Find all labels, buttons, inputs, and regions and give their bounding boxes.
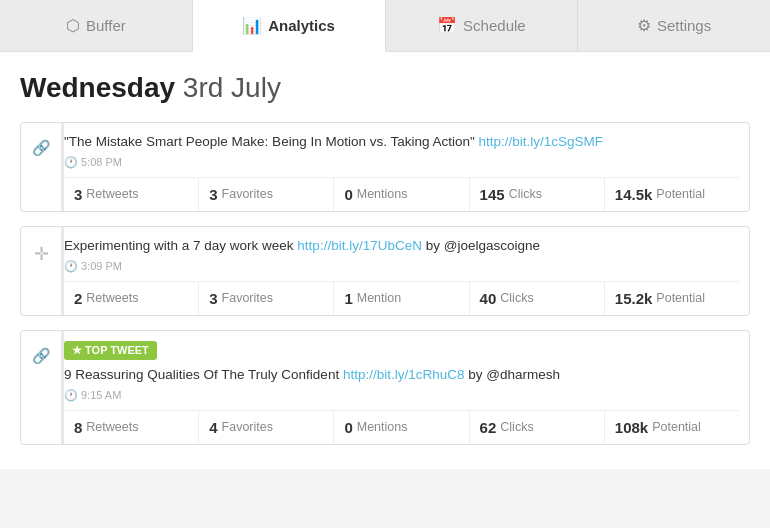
- stat-label-potential: Potential: [656, 291, 705, 305]
- tweet-time-1: 🕐5:08 PM: [64, 156, 739, 169]
- tab-schedule-label: Schedule: [463, 17, 526, 34]
- clock-icon: 🕐: [64, 389, 78, 402]
- stat-potential-3: 108kPotential: [605, 411, 739, 444]
- tweet-card-1: 🔗"The Mistake Smart People Make: Being I…: [20, 122, 750, 212]
- stat-label-clicks: Clicks: [500, 420, 533, 434]
- stats-row-1: 3Retweets3Favorites0Mentions145Clicks14.…: [64, 177, 739, 211]
- tab-buffer[interactable]: ⬡ Buffer: [0, 0, 193, 51]
- stat-favorites-3: 4Favorites: [199, 411, 334, 444]
- stat-number-potential: 14.5k: [615, 186, 653, 203]
- clock-icon: 🕐: [64, 156, 78, 169]
- stat-number-favorites: 3: [209, 186, 217, 203]
- stat-label-retweets: Retweets: [86, 187, 138, 201]
- tab-analytics-label: Analytics: [268, 17, 335, 34]
- stat-mentions-3: 0Mentions: [334, 411, 469, 444]
- stat-clicks-3: 62Clicks: [470, 411, 605, 444]
- tweet-text-1: "The Mistake Smart People Make: Being In…: [64, 133, 739, 152]
- clock-icon: 🕐: [64, 260, 78, 273]
- stat-label-retweets: Retweets: [86, 291, 138, 305]
- stat-mentions-1: 0Mentions: [334, 178, 469, 211]
- stat-potential-2: 15.2kPotential: [605, 282, 739, 315]
- stat-number-retweets: 2: [74, 290, 82, 307]
- tab-bar: ⬡ Buffer 📊 Analytics 📅 Schedule ⚙ Settin…: [0, 0, 770, 52]
- day-name: Wednesday: [20, 72, 175, 103]
- stat-potential-1: 14.5kPotential: [605, 178, 739, 211]
- tab-buffer-label: Buffer: [86, 17, 126, 34]
- stat-number-clicks: 62: [480, 419, 497, 436]
- stat-number-clicks: 145: [480, 186, 505, 203]
- stat-number-mentions: 0: [344, 186, 352, 203]
- tweet-time-3: 🕐9:15 AM: [64, 389, 739, 402]
- stat-clicks-1: 145Clicks: [470, 178, 605, 211]
- stat-number-favorites: 4: [209, 419, 217, 436]
- stat-label-clicks: Clicks: [509, 187, 542, 201]
- tweet-body-2: Experimenting with a 7 day work week htt…: [61, 227, 749, 315]
- tweet-text-2: Experimenting with a 7 day work week htt…: [64, 237, 739, 256]
- stat-number-mentions: 0: [344, 419, 352, 436]
- tweet-body-1: "The Mistake Smart People Make: Being In…: [61, 123, 749, 211]
- stat-retweets-2: 2Retweets: [64, 282, 199, 315]
- buffer-icon: ⬡: [66, 16, 80, 35]
- tweet-link-3[interactable]: http://bit.ly/1cRhuC8: [343, 367, 465, 382]
- stat-label-retweets: Retweets: [86, 420, 138, 434]
- stat-clicks-2: 40Clicks: [470, 282, 605, 315]
- tab-settings-label: Settings: [657, 17, 711, 34]
- stat-favorites-1: 3Favorites: [199, 178, 334, 211]
- tweet-link-2[interactable]: http://bit.ly/17UbCeN: [297, 238, 422, 253]
- link-icon: 🔗: [21, 123, 61, 211]
- stat-label-potential: Potential: [652, 420, 701, 434]
- tweet-card-3: 🔗★ TOP TWEET9 Reassuring Qualities Of Th…: [20, 330, 750, 445]
- tweet-time-2: 🕐3:09 PM: [64, 260, 739, 273]
- tab-schedule[interactable]: 📅 Schedule: [386, 0, 579, 51]
- drag-icon: ✛: [21, 227, 61, 315]
- stats-row-2: 2Retweets3Favorites1Mention40Clicks15.2k…: [64, 281, 739, 315]
- tab-analytics[interactable]: 📊 Analytics: [193, 0, 386, 52]
- stats-row-3: 8Retweets4Favorites0Mentions62Clicks108k…: [64, 410, 739, 444]
- stat-label-mentions: Mention: [357, 291, 401, 305]
- settings-icon: ⚙: [637, 16, 651, 35]
- top-tweet-badge: ★ TOP TWEET: [64, 341, 157, 360]
- stat-number-mentions: 1: [344, 290, 352, 307]
- tweet-body-3: ★ TOP TWEET9 Reassuring Qualities Of The…: [61, 331, 749, 444]
- schedule-icon: 📅: [437, 16, 457, 35]
- stat-number-retweets: 8: [74, 419, 82, 436]
- stat-number-retweets: 3: [74, 186, 82, 203]
- stat-label-favorites: Favorites: [222, 420, 273, 434]
- tweet-link-1[interactable]: http://bit.ly/1cSgSMF: [479, 134, 604, 149]
- analytics-icon: 📊: [242, 16, 262, 35]
- date-heading: Wednesday 3rd July: [20, 72, 750, 104]
- main-content: Wednesday 3rd July 🔗"The Mistake Smart P…: [0, 52, 770, 469]
- tweet-text-3: 9 Reassuring Qualities Of The Truly Conf…: [64, 366, 739, 385]
- stat-number-potential: 108k: [615, 419, 648, 436]
- stat-number-potential: 15.2k: [615, 290, 653, 307]
- stat-retweets-3: 8Retweets: [64, 411, 199, 444]
- stat-retweets-1: 3Retweets: [64, 178, 199, 211]
- stat-label-favorites: Favorites: [222, 291, 273, 305]
- stat-number-favorites: 3: [209, 290, 217, 307]
- stat-label-mentions: Mentions: [357, 187, 408, 201]
- link-icon: 🔗: [21, 331, 61, 444]
- stat-label-favorites: Favorites: [222, 187, 273, 201]
- tab-settings[interactable]: ⚙ Settings: [578, 0, 770, 51]
- stat-favorites-2: 3Favorites: [199, 282, 334, 315]
- stat-label-potential: Potential: [656, 187, 705, 201]
- stat-mentions-2: 1Mention: [334, 282, 469, 315]
- stat-label-clicks: Clicks: [500, 291, 533, 305]
- tweet-card-2: ✛Experimenting with a 7 day work week ht…: [20, 226, 750, 316]
- tweets-container: 🔗"The Mistake Smart People Make: Being I…: [20, 122, 750, 445]
- stat-label-mentions: Mentions: [357, 420, 408, 434]
- stat-number-clicks: 40: [480, 290, 497, 307]
- date-rest: 3rd July: [175, 72, 281, 103]
